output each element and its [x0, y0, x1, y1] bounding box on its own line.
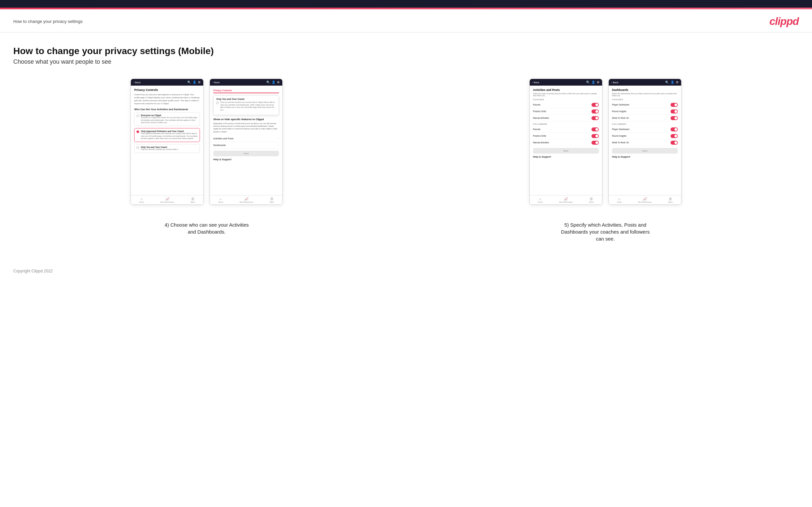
- tooltip-radio-dot: [216, 102, 219, 104]
- coaches-manual-toggle[interactable]: Manual Activities: [533, 115, 599, 121]
- settings-icon-4[interactable]: ⚙: [676, 80, 678, 84]
- tab-menu-4[interactable]: ☰ Menu: [668, 197, 673, 203]
- screen4-nav-icons: 🔍 👤 ⚙: [665, 80, 678, 84]
- tab-menu-label-2: Menu: [270, 201, 274, 203]
- tab-home-2[interactable]: ⌂ Home: [218, 197, 223, 203]
- tab-home-3[interactable]: ⌂ Home: [538, 197, 543, 203]
- coaches-what-to-work-switch[interactable]: [670, 116, 678, 120]
- screen2-nav-icons: 🔍 👤 ⚙: [266, 80, 280, 84]
- home-icon-4: ⌂: [618, 197, 620, 201]
- top-bar: [0, 0, 812, 9]
- option-everyone[interactable]: Everyone on Clippd Everyone on Clippd ca…: [134, 112, 200, 126]
- menu-icon-2: ☰: [270, 197, 273, 201]
- screenshot-group-2: ‹ Back 🔍 👤 ⚙ Activities and Posts Select…: [412, 79, 799, 242]
- radio-everyone-dot: [137, 114, 139, 117]
- screen2-save-btn[interactable]: Save: [213, 151, 279, 156]
- person-icon[interactable]: 👤: [193, 80, 196, 84]
- person-icon-4[interactable]: 👤: [670, 80, 674, 84]
- settings-icon-3[interactable]: ⚙: [597, 80, 600, 84]
- coaches-round-insights-switch[interactable]: [670, 110, 678, 113]
- radio-only-you-dot: [137, 146, 139, 149]
- search-icon-3[interactable]: 🔍: [586, 80, 590, 84]
- option2-desc: Only approved followers and coaches you …: [141, 132, 198, 140]
- search-icon[interactable]: 🔍: [187, 80, 191, 84]
- followers-rounds-switch[interactable]: [592, 127, 599, 131]
- followers-what-to-work-toggle[interactable]: What To Work On: [612, 139, 678, 146]
- screen1-nav: ‹ Back 🔍 👤 ⚙: [131, 79, 203, 86]
- person-icon-3[interactable]: 👤: [592, 80, 595, 84]
- followers-player-dash-toggle[interactable]: Player Dashboard: [612, 126, 678, 133]
- caption1: 4) Choose who can see your Activities an…: [160, 221, 253, 235]
- screen3-back[interactable]: ‹ Back: [532, 81, 539, 84]
- search-icon-2[interactable]: 🔍: [266, 80, 270, 84]
- coaches-rounds-switch[interactable]: [592, 103, 599, 107]
- screen1-content: Privacy Controls Control how you and you…: [131, 86, 203, 158]
- screen1-subsection: Who Can See Your Activities and Dashboar…: [134, 108, 200, 111]
- tab-performance-3[interactable]: 📈 My Performance: [559, 197, 572, 203]
- option-only-you[interactable]: Only You and Your Coach Only you and the…: [134, 144, 200, 153]
- menu-dashboards-label: Dashboards: [213, 144, 226, 146]
- tab-menu-1[interactable]: ☰ Menu: [191, 197, 195, 203]
- dashboards-title: Dashboards: [612, 88, 678, 92]
- screen3-save-btn[interactable]: Save: [533, 148, 599, 154]
- coaches-what-to-work-toggle[interactable]: What To Work On: [612, 115, 678, 121]
- screen1-tab-bar: ⌂ Home 📈 My Performance ☰ Menu: [131, 195, 203, 205]
- chart-icon-4: 📈: [643, 197, 647, 201]
- tab-performance-label-3: My Performance: [559, 201, 572, 203]
- option-approved-followers[interactable]: Only Approved Followers and Your Coach O…: [134, 128, 200, 142]
- coaches-rounds-toggle[interactable]: Rounds: [533, 102, 599, 108]
- menu-dashboards[interactable]: Dashboards ›: [213, 142, 279, 149]
- tab-menu-label-4: Menu: [668, 201, 673, 203]
- coaches-manual-switch[interactable]: [592, 116, 599, 120]
- menu-activities-label: Activities and Posts: [213, 137, 234, 140]
- screen3-help-support: Help & Support: [533, 154, 599, 159]
- person-icon-2[interactable]: 👤: [272, 80, 275, 84]
- coaches-player-dash-toggle[interactable]: Player Dashboard: [612, 102, 678, 108]
- coaches-player-dash-switch[interactable]: [670, 103, 678, 107]
- tab-menu-2[interactable]: ☰ Menu: [270, 197, 274, 203]
- coaches-drills-toggle[interactable]: Practice Drills: [533, 108, 599, 115]
- followers-what-to-work-switch[interactable]: [670, 141, 678, 145]
- menu-activities[interactable]: Activities and Posts ›: [213, 135, 279, 142]
- screenshot-group-1: ‹ Back 🔍 👤 ⚙ Privacy Controls Control ho…: [13, 79, 400, 235]
- screen2-wrapper: ‹ Back 🔍 👤 ⚙ Privacy Controls: [210, 79, 283, 215]
- tab-performance-label-4: My Performance: [638, 201, 652, 203]
- screen1-body: Control how you and your data appears to…: [134, 93, 200, 105]
- screen4-back[interactable]: ‹ Back: [611, 81, 618, 84]
- tab-performance-1[interactable]: 📈 My Performance: [161, 197, 174, 203]
- tab-performance-2[interactable]: 📈 My Performance: [240, 197, 253, 203]
- screen1-wrapper: ‹ Back 🔍 👤 ⚙ Privacy Controls Control ho…: [131, 79, 204, 215]
- privacy-controls-tab[interactable]: Privacy Controls: [213, 88, 235, 93]
- tab-performance-4[interactable]: 📈 My Performance: [638, 197, 652, 203]
- search-icon-4[interactable]: 🔍: [665, 80, 669, 84]
- main-content: How to change your privacy settings (Mob…: [0, 33, 812, 262]
- coaches-round-insights-toggle[interactable]: Round Insights: [612, 108, 678, 115]
- followers-rounds-toggle[interactable]: Rounds: [533, 126, 599, 133]
- tab-home-4[interactable]: ⌂ Home: [617, 197, 622, 203]
- coaches-what-to-work-label: What To Work On: [612, 117, 629, 119]
- screen3-wrapper: ‹ Back 🔍 👤 ⚙ Activities and Posts Select…: [529, 79, 602, 215]
- screen1-back[interactable]: ‹ Back: [134, 81, 141, 84]
- screen4-save-btn[interactable]: Save: [612, 148, 678, 154]
- followers-round-insights-toggle[interactable]: Round Insights: [612, 133, 678, 139]
- followers-player-dash-label: Player Dashboard: [612, 128, 629, 130]
- tab-menu-label: Menu: [191, 201, 195, 203]
- followers-drills-toggle[interactable]: Practice Drills: [533, 133, 599, 139]
- followers-label-4: FOLLOWERS: [612, 123, 678, 125]
- followers-manual-toggle[interactable]: Manual Activities: [533, 139, 599, 146]
- followers-manual-switch[interactable]: [592, 141, 599, 145]
- followers-round-insights-switch[interactable]: [670, 134, 678, 138]
- tab-home-1[interactable]: ⌂ Home: [139, 197, 144, 203]
- settings-icon-2[interactable]: ⚙: [277, 80, 280, 84]
- followers-player-dash-switch[interactable]: [670, 127, 678, 131]
- tab-menu-3[interactable]: ☰ Menu: [589, 197, 594, 203]
- chart-icon-2: 📈: [244, 197, 248, 201]
- settings-icon[interactable]: ⚙: [198, 80, 201, 84]
- menu-icon: ☰: [191, 197, 194, 201]
- top-bar-accent: [0, 8, 812, 9]
- coaches-drills-switch[interactable]: [592, 110, 599, 113]
- screen2-back[interactable]: ‹ Back: [212, 81, 219, 84]
- followers-drills-switch[interactable]: [592, 134, 599, 138]
- coaches-drills-label: Practice Drills: [533, 110, 546, 112]
- screen2-tab-bar: Privacy Controls: [213, 88, 279, 93]
